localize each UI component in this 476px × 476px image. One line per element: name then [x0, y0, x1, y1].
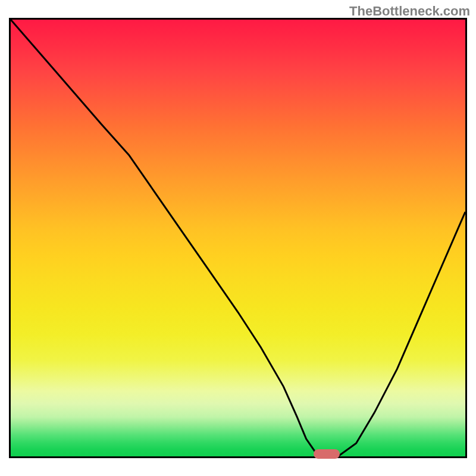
optimal-marker [314, 449, 340, 459]
plot-area [9, 18, 467, 458]
gradient-background [11, 20, 465, 456]
watermark-text: TheBottleneck.com [349, 4, 470, 19]
chart-container: TheBottleneck.com [0, 0, 476, 476]
